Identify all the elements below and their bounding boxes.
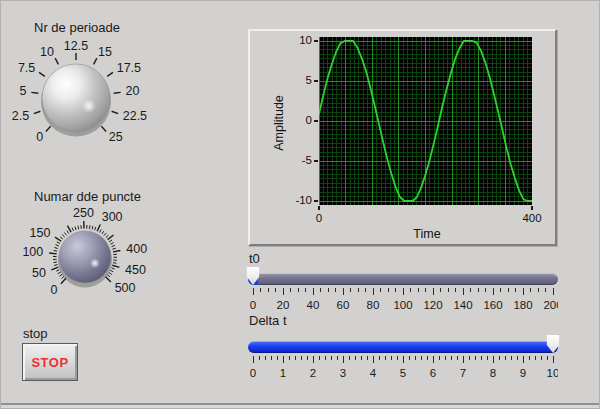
labview-front-panel: Nr de perioade 02.557.51012.51517.52022.… [0, 0, 600, 409]
svg-text:6: 6 [430, 367, 436, 379]
svg-text:4: 4 [370, 367, 377, 379]
svg-text:7.5: 7.5 [18, 61, 35, 75]
knob-points[interactable]: 050100150250300400450500 [1, 187, 169, 327]
svg-text:2.5: 2.5 [12, 109, 29, 123]
svg-text:22.5: 22.5 [123, 109, 147, 123]
svg-text:25: 25 [109, 130, 123, 144]
svg-text:0: 0 [36, 130, 43, 144]
slider-delta-label: Delta t [249, 313, 287, 328]
svg-text:300: 300 [102, 210, 123, 224]
slider-delta-scale: 012345678910 [248, 356, 558, 382]
svg-text:3: 3 [340, 367, 346, 379]
svg-text:0: 0 [250, 367, 256, 379]
svg-text:100: 100 [22, 245, 43, 259]
svg-text:12.5: 12.5 [64, 39, 88, 53]
svg-text:0: 0 [51, 283, 58, 297]
svg-text:9: 9 [520, 367, 526, 379]
svg-text:40: 40 [307, 299, 320, 311]
svg-text:200: 200 [543, 299, 558, 311]
svg-text:5: 5 [400, 367, 406, 379]
svg-text:400: 400 [126, 242, 147, 256]
svg-text:150: 150 [29, 226, 50, 240]
svg-text:17.5: 17.5 [117, 61, 141, 75]
x-tick-label: 0 [304, 212, 334, 224]
y-tick-label: -5 [278, 154, 312, 166]
svg-text:2: 2 [310, 367, 316, 379]
svg-text:8: 8 [490, 367, 496, 379]
waveform-chart-plot [319, 37, 532, 205]
y-tick-label: 0 [278, 114, 312, 126]
knob-periods[interactable]: 02.557.51012.51517.52022.525 [1, 18, 166, 178]
svg-text:450: 450 [125, 263, 146, 277]
svg-text:60: 60 [337, 299, 350, 311]
y-tick-label: 5 [278, 74, 312, 86]
svg-text:100: 100 [393, 299, 412, 311]
svg-text:140: 140 [453, 299, 472, 311]
svg-text:1: 1 [280, 367, 286, 379]
svg-text:80: 80 [367, 299, 380, 311]
svg-text:15: 15 [98, 45, 112, 59]
svg-text:0: 0 [250, 299, 256, 311]
slider-t0-label: t0 [249, 251, 260, 266]
svg-text:20: 20 [126, 84, 140, 98]
svg-text:180: 180 [513, 299, 532, 311]
svg-text:20: 20 [277, 299, 290, 311]
y-tick-label: 10 [278, 34, 312, 46]
waveform-chart: Amplitude Time 1050-5-10 0400 [248, 29, 557, 246]
svg-text:160: 160 [483, 299, 502, 311]
slider-delta-track[interactable] [248, 341, 558, 353]
svg-text:500: 500 [115, 281, 136, 295]
x-axis-title: Time [387, 227, 467, 241]
x-tick-label: 400 [517, 212, 547, 224]
svg-text:120: 120 [423, 299, 442, 311]
stop-label: stop [23, 326, 48, 341]
svg-text:10: 10 [547, 367, 558, 379]
panel-bottom-strip [1, 405, 600, 409]
svg-text:7: 7 [460, 367, 466, 379]
svg-text:10: 10 [40, 45, 54, 59]
svg-text:5: 5 [19, 84, 26, 98]
slider-t0-scale: 020406080100120140160180200 [248, 288, 558, 314]
svg-text:250: 250 [73, 206, 94, 220]
stop-button[interactable]: STOP [22, 343, 78, 381]
svg-text:50: 50 [32, 266, 46, 280]
y-tick-label: -10 [278, 194, 312, 206]
slider-t0-track[interactable] [248, 273, 558, 285]
stop-button-text: STOP [31, 355, 68, 370]
